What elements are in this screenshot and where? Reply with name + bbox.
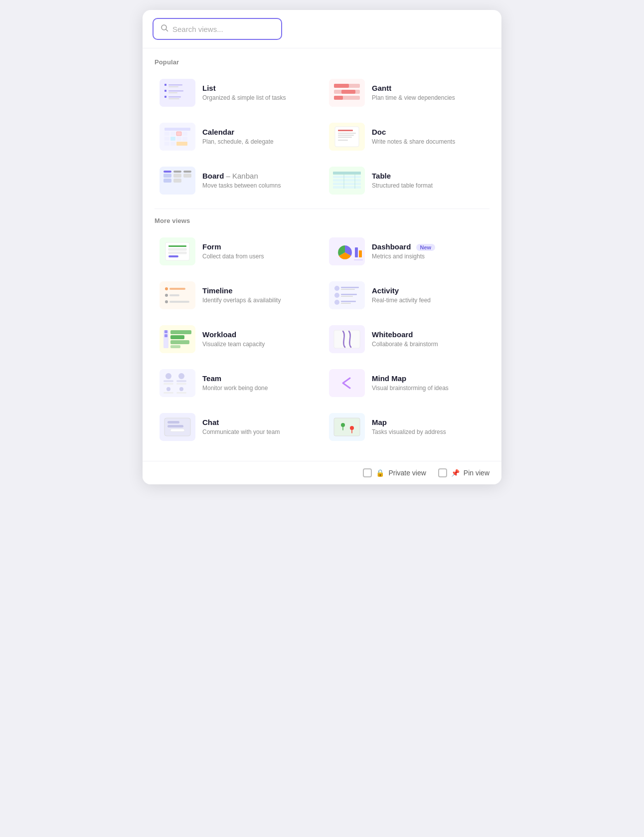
svg-rect-93 [170, 345, 180, 348]
svg-rect-42 [163, 174, 171, 178]
svg-rect-59 [168, 245, 186, 247]
view-text-dashboard: Dashboard New Metrics and insights [372, 242, 484, 261]
view-item-chat[interactable]: Chat Communicate with your team [155, 407, 320, 447]
view-item-list[interactable]: List Organized & simple list of tasks [155, 73, 320, 113]
thumb-gantt [329, 79, 365, 107]
svg-rect-23 [170, 132, 175, 136]
view-item-workload[interactable]: Workload Visualize team capacity [155, 319, 320, 359]
view-item-map[interactable]: Map Tasks visualized by address [324, 407, 489, 447]
svg-rect-9 [164, 96, 166, 98]
thumb-map [329, 413, 365, 441]
svg-point-76 [334, 286, 339, 291]
svg-rect-75 [329, 281, 365, 309]
svg-rect-24 [176, 132, 181, 136]
view-desc-mindmap: Visual brainstorming of ideas [372, 384, 484, 393]
divider-popular [155, 209, 489, 209]
view-desc-table: Structured table format [372, 182, 484, 190]
svg-rect-66 [359, 250, 362, 257]
private-view-control[interactable]: 🔒 Private view [363, 468, 426, 477]
pin-view-label: Pin view [464, 469, 489, 477]
thumb-whiteboard [329, 325, 365, 353]
svg-rect-7 [168, 90, 183, 92]
private-view-label: Private view [388, 469, 426, 477]
private-view-checkbox[interactable] [363, 468, 372, 477]
svg-rect-41 [163, 171, 171, 173]
svg-rect-35 [338, 130, 353, 131]
svg-line-1 [166, 29, 168, 31]
svg-point-69 [165, 287, 168, 290]
svg-rect-29 [182, 137, 187, 141]
view-item-doc[interactable]: Doc Write notes & share documents [324, 117, 489, 157]
view-item-board[interactable]: Board – Kanban Move tasks between column… [155, 161, 320, 201]
pin-icon: 📌 [451, 469, 460, 477]
view-title-gantt: Gantt [372, 84, 484, 92]
svg-rect-111 [167, 425, 183, 427]
view-title-timeline: Timeline [202, 286, 315, 295]
svg-rect-106 [176, 392, 186, 394]
search-input-wrapper[interactable] [153, 18, 282, 40]
view-title-chat: Chat [202, 418, 315, 426]
svg-rect-47 [183, 171, 191, 173]
thumb-workload [160, 325, 195, 353]
svg-rect-98 [163, 380, 173, 382]
svg-rect-44 [173, 171, 181, 173]
view-title-team: Team [202, 374, 315, 383]
view-item-gantt[interactable]: Gantt Plan time & view dependencies [324, 73, 489, 113]
svg-rect-30 [164, 142, 169, 146]
view-title-doc: Doc [372, 128, 484, 136]
svg-rect-28 [176, 137, 181, 141]
svg-rect-54 [333, 186, 361, 189]
pin-view-control[interactable]: 📌 Pin view [438, 468, 489, 477]
svg-rect-80 [341, 294, 357, 295]
view-desc-board: Move tasks between columns [202, 182, 315, 190]
view-text-whiteboard: Whiteboard Collaborate & brainstorm [372, 330, 484, 349]
svg-rect-84 [341, 303, 351, 304]
svg-rect-89 [164, 334, 167, 337]
view-item-dashboard[interactable]: Dashboard New Metrics and insights [324, 231, 489, 271]
thumb-board [160, 167, 195, 195]
view-item-form[interactable]: Form Collect data from users [155, 231, 320, 271]
svg-rect-73 [169, 294, 179, 296]
svg-rect-101 [176, 380, 186, 382]
svg-rect-25 [182, 132, 187, 136]
svg-point-116 [350, 426, 354, 430]
view-text-calendar: Calendar Plan, schedule, & delegate [202, 128, 315, 146]
view-desc-gantt: Plan time & view dependencies [372, 94, 484, 102]
svg-rect-43 [163, 179, 171, 183]
svg-rect-48 [183, 174, 191, 178]
view-title-whiteboard: Whiteboard [372, 330, 484, 339]
view-desc-whiteboard: Collaborate & brainstorm [372, 340, 484, 349]
svg-rect-36 [338, 133, 356, 134]
pin-view-checkbox[interactable] [438, 468, 447, 477]
view-item-table[interactable]: Table Structured table format [324, 161, 489, 201]
view-title-dashboard: Dashboard New [372, 242, 484, 251]
svg-rect-112 [170, 429, 184, 431]
view-item-activity[interactable]: Activity Real-time activity feed [324, 275, 489, 315]
view-desc-team: Monitor work being done [202, 384, 315, 393]
thumb-chat [160, 413, 195, 441]
view-title-board: Board – Kanban [202, 172, 315, 180]
thumb-table [329, 167, 365, 195]
svg-rect-38 [338, 137, 352, 138]
svg-rect-8 [168, 92, 177, 93]
scroll-area: Popular [143, 48, 501, 461]
svg-rect-104 [163, 392, 173, 394]
view-desc-calendar: Plan, schedule, & delegate [202, 138, 315, 146]
svg-rect-53 [333, 183, 361, 185]
svg-rect-61 [168, 252, 186, 254]
svg-point-105 [179, 387, 183, 391]
view-item-whiteboard[interactable]: Whiteboard Collaborate & brainstorm [324, 319, 489, 359]
search-input[interactable] [172, 25, 274, 33]
view-title-list: List [202, 84, 315, 92]
search-bar [143, 10, 501, 48]
view-item-timeline[interactable]: Timeline Identify overlaps & availabilit… [155, 275, 320, 315]
svg-rect-27 [170, 137, 175, 141]
view-desc-doc: Write notes & share documents [372, 138, 484, 146]
view-item-team[interactable]: Team Monitor work being done [155, 363, 320, 403]
svg-rect-14 [334, 84, 349, 88]
view-item-calendar[interactable]: Calendar Plan, schedule, & delegate [155, 117, 320, 157]
svg-rect-91 [170, 335, 184, 339]
view-text-gantt: Gantt Plan time & view dependencies [372, 84, 484, 102]
view-desc-map: Tasks visualized by address [372, 428, 484, 436]
view-item-mindmap[interactable]: Mind Map Visual brainstorming of ideas [324, 363, 489, 403]
